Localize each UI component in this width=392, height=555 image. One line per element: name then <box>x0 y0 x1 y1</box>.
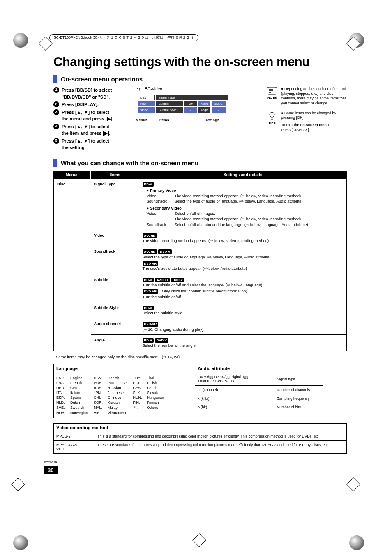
section-header-operations: On-screen menu operations <box>53 75 347 83</box>
book-meta-line: SC-BT100P~ENG.book 30 ページ ２００８年２月２０日 水曜日… <box>49 34 198 41</box>
table-footnote: Some items may be changed only on the di… <box>56 355 347 359</box>
steps-list: 1Press [BD/SD] to select "BD/DVD/CD" or … <box>53 87 127 152</box>
svg-point-1 <box>270 112 274 117</box>
table-row: Angle BD-VDVD-V Select the number of the… <box>54 335 347 351</box>
note-icon <box>267 87 277 95</box>
table-row: Disc Signal Type BD-V ● Primary Video Vi… <box>54 178 347 230</box>
audio-attribute-box: Audio attribute LPCM/▯▯ Digital/▯▯ Digit… <box>195 364 323 418</box>
table-row: Video AVCHD The video recording method a… <box>54 230 347 246</box>
section-header-change: What you can change with the on-screen m… <box>53 159 347 167</box>
table-row: Soundtrack AVCHDDVD-V Select the type of… <box>54 246 347 274</box>
page-number-block: RQT9129 30 <box>44 458 337 474</box>
table-row: Audio channel DVD-VR (⇨ 16, Changing aud… <box>54 318 347 335</box>
table-row: Subtitle Style BD-V Select the subtitle … <box>54 302 347 318</box>
tips-block: TIPS Some items can be changed by pressi… <box>265 111 347 133</box>
video-recording-method-box: Video recording method MPEG-2This is a s… <box>53 423 347 454</box>
note-block: NOTE Depending on the condition of the u… <box>265 87 347 106</box>
tips-icon <box>268 111 276 120</box>
page-title: Changing settings with the on-screen men… <box>53 55 347 69</box>
table-row: Subtitle BD-VAVCHDDVD-V Turn the subtitl… <box>54 274 347 302</box>
osd-diagram: e.g., BD-Video Disc Signal Type Play Sub… <box>136 87 257 122</box>
language-box: Language ENG:EnglishFRA:FrenchDEU:German… <box>53 364 183 418</box>
settings-table: Menus Items Settings and details Disc Si… <box>53 171 347 351</box>
